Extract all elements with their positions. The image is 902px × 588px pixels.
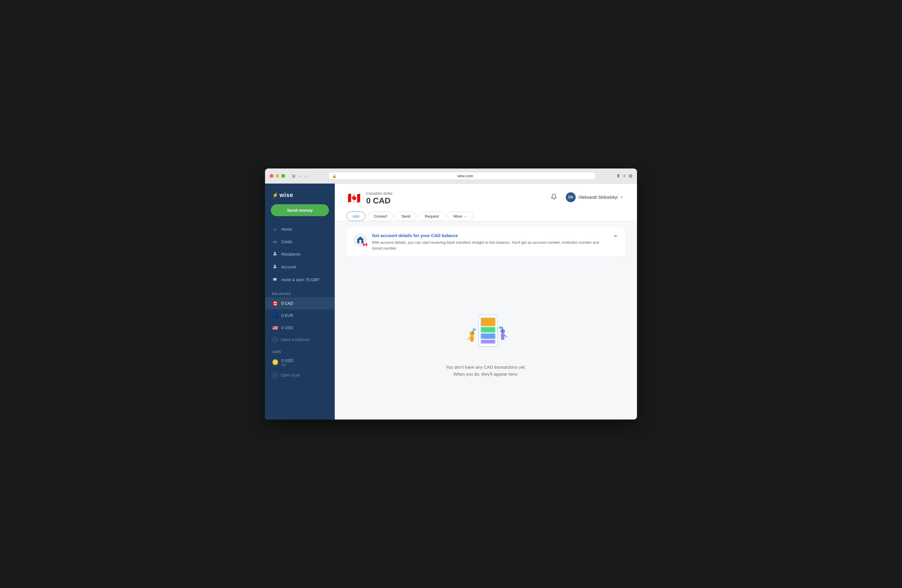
recipients-icon (272, 251, 278, 257)
svg-rect-16 (502, 327, 503, 332)
empty-illustration (457, 310, 515, 357)
svg-line-18 (504, 335, 507, 337)
home-icon: ⌂ (272, 227, 278, 232)
close-button[interactable] (270, 174, 274, 178)
currency-name: Canadian dollar (366, 191, 393, 195)
sidebar: ⚡ wise Send money ⌂ Home ▭ Cards (265, 184, 335, 419)
plus-icon-balance: + (272, 337, 278, 342)
sidebar-item-home[interactable]: ⌂ Home (265, 223, 335, 235)
main-content: 🇨🇦 Canadian dollar 0 CAD (335, 184, 637, 419)
open-balance-button[interactable]: + Open a balance (265, 334, 335, 346)
avatar: OS (566, 192, 576, 202)
flag-cad: 🇨🇦 (272, 300, 279, 307)
notification-button[interactable] (550, 192, 558, 202)
jars-label: Jars (265, 346, 335, 355)
open-balance-label: Open a balance (281, 337, 310, 342)
logo-area: ⚡ wise (265, 184, 335, 204)
cards-icon: ▭ (272, 239, 278, 244)
header-right: OS Oleksandr Slobodskyi ▾ (550, 191, 625, 204)
flag-eur: 🇪🇺 (272, 312, 279, 319)
send-button[interactable]: Send (396, 211, 417, 221)
header-top: 🇨🇦 Canadian dollar 0 CAD (346, 191, 625, 210)
wise-logo: ⚡ wise (272, 192, 328, 199)
currency-info: 🇨🇦 Canadian dollar 0 CAD (346, 191, 393, 206)
empty-text: You don't have any CAD transactions yet.… (446, 364, 526, 378)
sidebar-item-label-recipients: Recipients (281, 252, 300, 256)
balance-amount-usd: 0 USD (281, 325, 293, 330)
minimize-button[interactable] (276, 174, 279, 178)
more-button[interactable]: More ··· (447, 211, 473, 221)
send-money-button[interactable]: Send money (271, 204, 329, 216)
main-nav: ⌂ Home ▭ Cards Recipients (265, 222, 335, 287)
currency-balance: 0 CAD (366, 196, 393, 205)
card-description: With account details, you can start rece… (372, 240, 608, 251)
svg-point-1 (274, 265, 276, 266)
sidebar-item-label-account: Account (281, 265, 296, 269)
svg-rect-10 (470, 336, 474, 342)
share-button[interactable]: ⬆ (616, 173, 620, 179)
sidebar-toggle-button[interactable]: ⊞ (291, 173, 297, 179)
action-buttons: Add Convert Send Request More ··· (346, 210, 625, 221)
svg-rect-15 (501, 333, 504, 340)
user-name: Oleksandr Slobodskyi (579, 195, 618, 200)
url-display: wise.com (339, 174, 591, 178)
balance-amount-cad: 0 CAD (281, 301, 293, 306)
browser-controls: ⊞ ‹ › (291, 173, 307, 179)
logo-text: wise (280, 192, 293, 199)
balances-label: Balances (265, 287, 335, 297)
svg-rect-5 (481, 318, 495, 326)
account-details-card[interactable]: 🇨🇦 Get account details for your CAD bala… (346, 227, 625, 257)
balance-item-cad[interactable]: 🇨🇦 0 CAD (265, 297, 335, 310)
svg-rect-6 (481, 327, 495, 332)
app-container: ⚡ wise Send money ⌂ Home ▭ Cards (265, 184, 637, 419)
card-flag: 🇨🇦 (362, 242, 368, 247)
account-icon (272, 264, 278, 270)
card-content: Get account details for your CAD balance… (372, 233, 608, 251)
card-bank-icon: 🇨🇦 (353, 233, 367, 247)
security-icon: 🔒 (332, 174, 337, 178)
currency-details: Canadian dollar 0 CAD (366, 191, 393, 205)
jar-info: 0 USD Jar (281, 358, 293, 366)
back-button[interactable]: ‹ (298, 173, 302, 179)
svg-line-13 (468, 337, 470, 339)
card-title: Get account details for your CAD balance (372, 233, 608, 238)
user-menu[interactable]: OS Oleksandr Slobodskyi ▾ (563, 191, 625, 204)
balance-amount-eur: 0 EUR (281, 313, 293, 318)
invite-icon (272, 277, 278, 283)
plus-icon-jar: + (272, 372, 278, 378)
logo-icon: ⚡ (272, 192, 279, 199)
balance-item-usd[interactable]: 🇺🇸 0 USD (265, 322, 335, 334)
add-button[interactable]: Add (346, 211, 365, 221)
svg-point-0 (274, 252, 276, 253)
balance-item-eur[interactable]: 🇪🇺 0 EUR (265, 310, 335, 322)
svg-rect-12 (473, 328, 476, 331)
new-tab-button[interactable]: + (623, 174, 626, 179)
forward-button[interactable]: › (304, 173, 308, 179)
grid-button[interactable]: ⊞ (628, 173, 632, 179)
jar-amount: 0 USD (281, 358, 293, 363)
traffic-lights (270, 174, 285, 178)
sidebar-item-invite[interactable]: Invite & earn 75 GBP (265, 274, 335, 286)
address-bar[interactable]: 🔒 wise.com (328, 172, 595, 180)
maximize-button[interactable] (281, 174, 285, 178)
sidebar-item-account[interactable]: Account (265, 261, 335, 274)
convert-button[interactable]: Convert (368, 211, 393, 221)
more-label: More (453, 214, 462, 219)
sidebar-item-label-invite: Invite & earn 75 GBP (281, 277, 319, 282)
svg-point-9 (470, 331, 474, 336)
open-jar-button[interactable]: + Open a jar (265, 369, 335, 381)
jar-icon: 🪙 (272, 359, 279, 366)
browser-actions: ⬆ + ⊞ (616, 173, 632, 179)
jar-item-usd[interactable]: 🪙 0 USD Jar (265, 355, 335, 369)
request-button[interactable]: Request (419, 211, 445, 221)
svg-rect-7 (481, 333, 495, 339)
currency-flag: 🇨🇦 (346, 191, 362, 206)
sidebar-item-label-cards: Cards (281, 239, 292, 244)
empty-line2: When you do, they'll appear here. (446, 371, 526, 378)
card-expand-icon[interactable] (612, 233, 619, 240)
browser-toolbar: ⊞ ‹ › 🔒 wise.com ⬆ + ⊞ (265, 169, 637, 184)
sidebar-item-cards[interactable]: ▭ Cards (265, 235, 335, 248)
chevron-down-icon: ▾ (621, 195, 622, 199)
sidebar-item-label-home: Home (281, 227, 292, 231)
sidebar-item-recipients[interactable]: Recipients (265, 248, 335, 261)
